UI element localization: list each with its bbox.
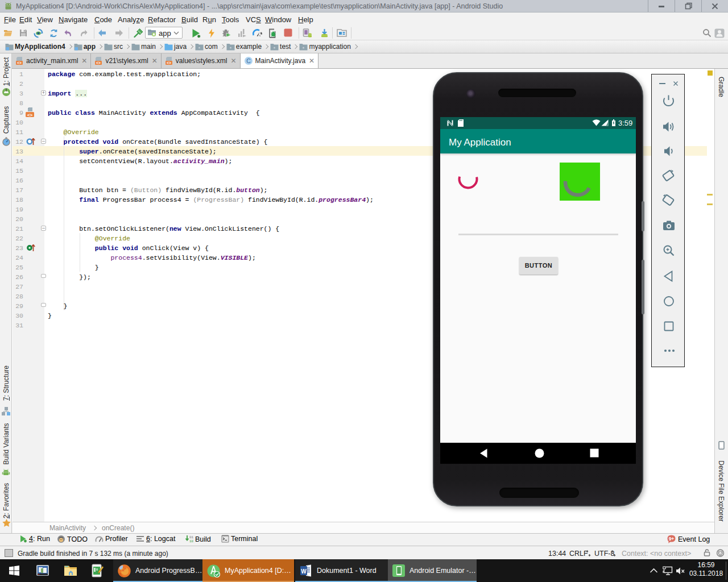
svg-text:C: C [246,57,251,64]
svg-text:10: 10 [189,539,193,543]
svg-text:01: 01 [189,535,193,539]
svg-text:<>: <> [17,61,22,65]
svg-text:W: W [301,568,307,575]
svg-text:<>: <> [27,113,33,118]
svg-text:9+: 9+ [669,536,675,542]
svg-text:<>: <> [97,61,101,65]
svg-text:<>: <> [167,61,171,65]
